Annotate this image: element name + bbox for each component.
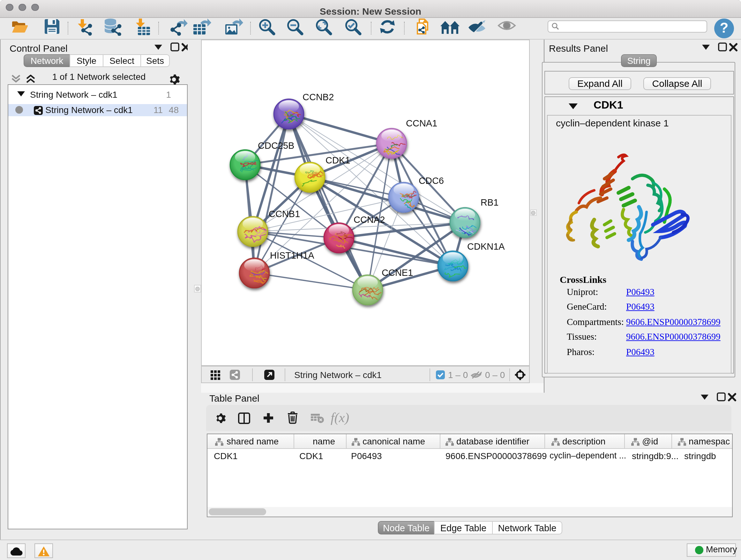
svg-text:CCNA1: CCNA1	[406, 118, 437, 128]
svg-text:CDC6: CDC6	[419, 176, 444, 186]
svg-text:HIST1H1A: HIST1H1A	[270, 250, 314, 260]
svg-text:CCNB2: CCNB2	[302, 92, 334, 102]
svg-text:CDK1: CDK1	[326, 155, 350, 165]
svg-text:CCNA2: CCNA2	[354, 214, 385, 225]
svg-text:CDKN1A: CDKN1A	[467, 241, 505, 252]
svg-text:RB1: RB1	[481, 197, 498, 207]
svg-text:CDC25B: CDC25B	[258, 140, 294, 151]
svg-text:CCNE1: CCNE1	[382, 267, 413, 278]
svg-text:CCNB1: CCNB1	[269, 209, 300, 219]
